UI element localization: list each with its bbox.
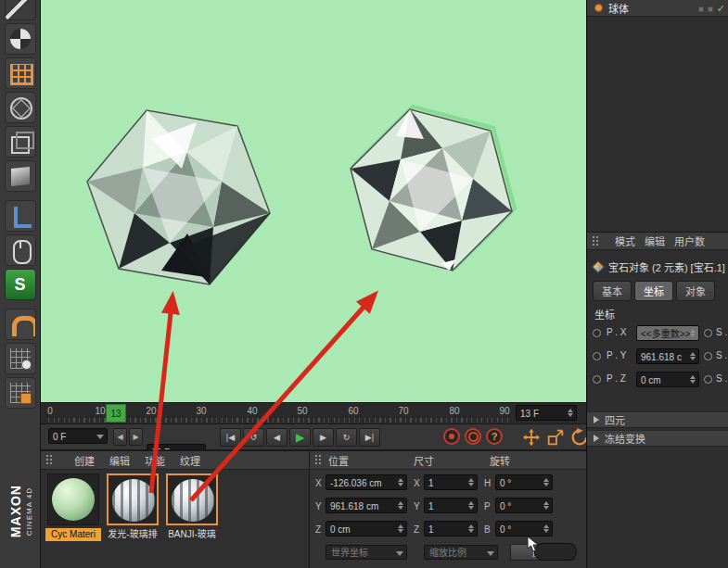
material-name[interactable]: 发光-玻璃排	[105, 528, 160, 541]
material-menu-create[interactable]: 创建	[74, 453, 95, 468]
rotate-tool-icon[interactable]	[569, 427, 586, 448]
spinner[interactable]	[397, 522, 405, 536]
pos-y-field[interactable]: 961.618 cm	[326, 498, 407, 513]
spline-pen-icon[interactable]	[5, 0, 36, 20]
pos-z-field[interactable]: 0 cm	[326, 521, 407, 536]
rot-b-field[interactable]: 0 °	[495, 521, 553, 536]
play-button[interactable]: ▶	[289, 428, 311, 447]
attr-menu-edit[interactable]: 编辑	[645, 234, 665, 248]
mouse-icon[interactable]	[5, 234, 36, 266]
grid-snap-icon[interactable]	[5, 377, 36, 409]
prev-frame-button[interactable]: ◀	[266, 428, 287, 447]
end-frame-field[interactable]: 90 F	[147, 444, 206, 450]
range-step-back-button[interactable]: ◀	[113, 428, 127, 446]
rot-h-field[interactable]: 0 °	[495, 474, 553, 490]
panel-grip-icon[interactable]	[592, 235, 600, 247]
material-name[interactable]: BANJI-玻璃	[164, 528, 220, 541]
key-circle-icon[interactable]	[593, 329, 601, 337]
timeline-ruler[interactable]: 0 10 20 30 40 50 60 70 80 90 13 13 F	[41, 402, 586, 424]
viewport-3d[interactable]	[41, 0, 586, 402]
visibility-dot-icon[interactable]	[698, 6, 704, 12]
goto-start-button[interactable]: |◀	[220, 428, 241, 447]
goto-end-button[interactable]: ▶|	[359, 428, 380, 447]
material-item[interactable]: Cyc Materi	[45, 473, 101, 541]
spinner[interactable]	[467, 475, 476, 489]
size-z-field[interactable]: 1	[424, 521, 478, 536]
group-quaternion[interactable]: 四元	[587, 411, 728, 428]
scale-mode-dropdown[interactable]: 缩放比例	[424, 545, 498, 560]
panel-grip-icon[interactable]	[314, 454, 323, 466]
start-frame-field[interactable]: 0 F	[48, 428, 108, 444]
object-name[interactable]: 球体	[608, 1, 629, 16]
attr-menu-mode[interactable]: 模式	[615, 234, 635, 248]
spinner[interactable]	[397, 475, 405, 489]
attr-menu-user[interactable]: 用户数	[674, 234, 705, 248]
loop-button[interactable]: ↻	[336, 428, 357, 447]
spinner[interactable]	[397, 499, 405, 512]
world-coords-dropdown[interactable]: 世界坐标	[326, 545, 407, 560]
key-circle-icon[interactable]	[593, 352, 601, 360]
magnet-icon[interactable]	[5, 309, 36, 340]
material-item[interactable]: BANJI-玻璃	[164, 473, 220, 541]
gem-right[interactable]	[351, 107, 515, 271]
help-button[interactable]: ?	[486, 428, 503, 445]
cube-outline-icon[interactable]	[5, 126, 36, 158]
key-circle-icon[interactable]	[704, 375, 712, 384]
rot-p-field[interactable]: 0 °	[495, 498, 553, 513]
size-x-field[interactable]: 1	[424, 474, 478, 490]
group-freeze-transform[interactable]: 冻结变换	[587, 430, 728, 447]
material-thumbnail[interactable]	[166, 473, 218, 525]
sketch-s-icon[interactable]: S	[5, 269, 36, 300]
object-row-sphere[interactable]: 球体 ✓	[587, 0, 728, 17]
move-tool-icon[interactable]	[521, 427, 542, 448]
material-thumbnail[interactable]	[107, 473, 159, 525]
material-item[interactable]: 发光-玻璃排	[105, 473, 160, 541]
material-thumbnail[interactable]	[47, 473, 99, 525]
pz-field[interactable]: 0 cm	[636, 372, 699, 387]
orange-grid-icon[interactable]	[5, 57, 36, 89]
pos-x-field[interactable]: -126.036 cm	[326, 474, 407, 490]
size-y-field[interactable]: 1	[424, 498, 478, 513]
spinner[interactable]	[543, 522, 551, 536]
tab-basic[interactable]: 基本	[593, 281, 632, 301]
material-name[interactable]: Cyc Materi	[45, 528, 101, 541]
record-keyframe-button[interactable]	[443, 428, 460, 445]
timeline-playhead[interactable]: 13	[106, 404, 126, 423]
spinner[interactable]	[689, 326, 697, 340]
range-step-forward-button[interactable]: ▶	[129, 428, 143, 446]
object-layer-dot-icon[interactable]	[594, 4, 603, 12]
material-menu-function[interactable]: 功能	[145, 453, 165, 468]
attribute-manager-header: 模式 编辑 用户数	[587, 232, 728, 250]
geosphere-icon[interactable]	[5, 92, 36, 123]
spinner[interactable]	[467, 499, 476, 512]
cube-solid-icon[interactable]	[5, 160, 36, 192]
gem-left[interactable]	[87, 110, 270, 284]
material-menu-texture[interactable]: 纹理	[180, 453, 200, 468]
scale-tool-icon[interactable]	[545, 427, 566, 448]
spinner[interactable]	[689, 372, 697, 386]
current-frame-field[interactable]: 13 F	[516, 405, 577, 421]
spinner[interactable]	[543, 499, 551, 512]
tab-coordinates[interactable]: 坐标	[634, 281, 673, 301]
px-field[interactable]: <<多重数>>	[636, 325, 699, 341]
panel-grip-icon[interactable]	[45, 454, 54, 466]
material-menu-edit[interactable]: 编辑	[109, 453, 130, 468]
visibility-dot-icon[interactable]	[708, 6, 713, 12]
spinner[interactable]	[467, 522, 476, 536]
key-circle-icon[interactable]	[704, 329, 712, 337]
expand-arrow-icon	[594, 435, 599, 442]
key-circle-icon[interactable]	[704, 352, 712, 360]
grid-lock-icon[interactable]	[5, 343, 36, 374]
key-circle-icon[interactable]	[593, 375, 601, 384]
axis-corner-icon[interactable]	[5, 200, 36, 232]
checker-sphere-icon[interactable]	[5, 23, 36, 55]
tab-object[interactable]: 对象	[676, 281, 715, 301]
next-frame-button[interactable]: ▶	[313, 428, 334, 447]
frame-spinner[interactable]	[567, 406, 575, 420]
enable-check-icon[interactable]: ✓	[717, 3, 725, 15]
spinner[interactable]	[543, 475, 551, 489]
py-field[interactable]: 961.618 c	[636, 348, 699, 364]
spinner[interactable]	[689, 349, 697, 363]
play-reverse-button[interactable]: ↺	[243, 428, 264, 447]
autokey-button[interactable]	[465, 428, 481, 445]
